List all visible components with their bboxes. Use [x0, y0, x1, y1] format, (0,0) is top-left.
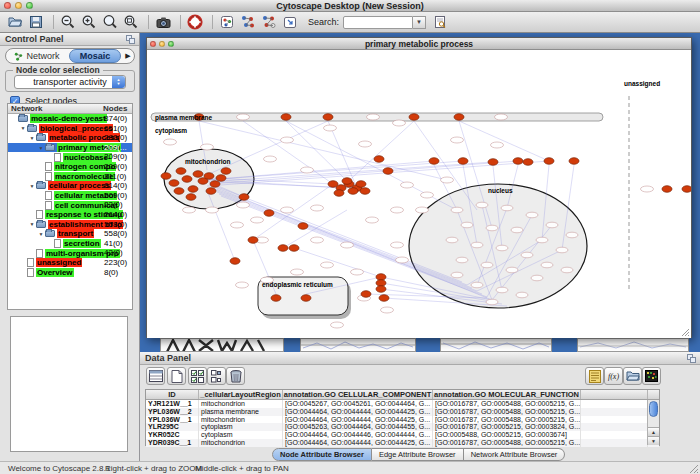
network-node-selected-color[interactable] [230, 258, 240, 265]
network-node[interactable] [401, 182, 414, 188]
create-attribute-button[interactable] [167, 367, 186, 385]
scroll-up-icon[interactable]: ▲ [648, 427, 659, 436]
network-node[interactable] [495, 114, 508, 120]
network-tree-row[interactable]: ▼biological_process651(0) [8, 124, 132, 134]
network-node[interactable] [641, 186, 654, 192]
network-tree-row[interactable]: ▼primary metabol209(... [8, 143, 132, 153]
network-node[interactable] [506, 267, 518, 273]
network-node[interactable] [381, 307, 394, 313]
network-node-selected-color[interactable] [248, 237, 258, 244]
network-node[interactable] [164, 139, 177, 145]
network-node-selected-color[interactable] [383, 168, 393, 175]
select-attributes-checklist-button[interactable] [188, 367, 207, 385]
network-node[interactable] [366, 217, 379, 223]
network-node-selected-color[interactable] [513, 158, 523, 165]
network-node-selected-color[interactable] [301, 295, 311, 302]
background-window-fragment[interactable] [160, 338, 284, 352]
tab-scroll-right-icon[interactable]: ▶ [122, 52, 134, 60]
network-node[interactable] [566, 232, 578, 238]
network-node[interactable] [501, 205, 513, 211]
network-node[interactable] [531, 275, 543, 281]
network-node[interactable] [393, 120, 406, 126]
network-node[interactable] [251, 217, 264, 223]
network-node-selected-color[interactable] [544, 158, 554, 165]
network-node[interactable] [237, 202, 250, 208]
column-header[interactable]: annotation.GO MOLECULAR_FUNCTION [433, 390, 581, 399]
network-node-selected-color[interactable] [376, 274, 386, 281]
network-node-selected-color[interactable] [188, 186, 198, 193]
network-node[interactable] [311, 205, 324, 211]
snapshot-camera-icon[interactable] [154, 14, 172, 31]
network-tree-row[interactable]: unassigned223(0) [8, 258, 132, 268]
network-node[interactable] [456, 257, 468, 263]
network-node[interactable] [391, 242, 404, 248]
network-node-selected-color[interactable] [186, 194, 196, 201]
network-node-selected-color[interactable] [204, 173, 214, 180]
network-tree-row[interactable]: macromolecule311(0) [8, 172, 132, 182]
import-attributes-button[interactable] [623, 367, 642, 385]
network-node[interactable] [461, 222, 473, 228]
network-node[interactable] [206, 207, 219, 213]
network-node-selected-color[interactable] [360, 188, 370, 195]
network-tree-row[interactable]: ▼metabolic process280(0) [8, 133, 132, 143]
network-tree-row[interactable]: ▼establishment of lo558(0) [8, 220, 132, 230]
network-node[interactable] [476, 202, 488, 208]
network-node[interactable] [331, 322, 344, 328]
network-node[interactable] [264, 156, 277, 162]
network-node[interactable] [556, 247, 568, 253]
network-node[interactable] [281, 137, 294, 143]
network-node[interactable] [359, 141, 372, 147]
zoom-out-icon[interactable] [59, 14, 77, 31]
table-row[interactable]: YPL036W__2plasma membrane[GO:0044464, GO… [146, 408, 659, 416]
save-icon[interactable] [27, 14, 45, 31]
network-node[interactable] [491, 142, 504, 148]
network-tree-row[interactable]: nitrogen compo209(0) [8, 162, 132, 172]
tab-mosaic[interactable]: Mosaic [69, 49, 121, 63]
network-node[interactable] [421, 192, 434, 198]
network-node-selected-color[interactable] [216, 175, 226, 182]
network-node[interactable] [486, 299, 498, 305]
tab-node-attribute-browser[interactable]: Node Attribute Browser [272, 448, 372, 461]
network-node-selected-color[interactable] [206, 188, 216, 195]
network-view-window[interactable]: primary metabolic process plasma membran… [146, 37, 692, 338]
network-node[interactable] [236, 282, 249, 288]
network-node-selected-color[interactable] [429, 158, 439, 165]
network-node[interactable] [451, 137, 464, 143]
network-node[interactable] [441, 177, 454, 183]
network-tree-row[interactable]: cell communicat22(0) [8, 200, 132, 210]
network-tree-row[interactable]: ▼cellular process614(0) [8, 181, 132, 191]
network-node[interactable] [367, 114, 380, 120]
network-tree-row[interactable]: nucleobase-209(0) [8, 152, 132, 162]
network-node[interactable] [511, 227, 523, 233]
expand-arrow-icon[interactable]: ▼ [37, 231, 45, 237]
expand-arrow-icon[interactable]: ▼ [19, 125, 27, 131]
network-node-selected-color[interactable] [379, 295, 389, 302]
network-node[interactable] [351, 269, 364, 275]
network-node[interactable] [541, 262, 553, 268]
network-node-selected-color[interactable] [281, 114, 291, 121]
scrollbar-thumb[interactable] [649, 401, 658, 417]
network-node-selected-color[interactable] [323, 114, 333, 121]
network-tree-row[interactable]: mosaic-demo-yeast874(0) [8, 114, 132, 124]
attribute-table-header[interactable]: ID_cellularLayoutRegionannotation.GO CEL… [146, 390, 659, 400]
table-row[interactable]: YDR039C__1mitochondrion[GO:0044464, GO:0… [146, 439, 659, 447]
network-node[interactable] [546, 222, 558, 228]
network-node-selected-color[interactable] [193, 171, 203, 178]
network-node[interactable] [281, 207, 294, 213]
float-panel-icon[interactable] [126, 35, 135, 44]
network-node[interactable] [516, 292, 528, 298]
network-node-selected-color[interactable] [278, 245, 288, 252]
network-node-selected-color[interactable] [182, 176, 192, 183]
network-node[interactable] [451, 207, 463, 213]
network-node-selected-color[interactable] [174, 188, 184, 195]
float-panel-icon[interactable] [687, 354, 696, 363]
network-window-titlebar[interactable]: primary metabolic process [147, 38, 691, 50]
network-node[interactable] [536, 237, 548, 243]
network-node[interactable] [486, 225, 498, 231]
network-node[interactable] [416, 207, 429, 213]
zoom-fit-icon[interactable] [122, 14, 140, 31]
network-canvas[interactable]: plasma membranecytoplasmmitochondrionnuc… [147, 50, 691, 338]
network-node[interactable] [183, 207, 196, 213]
network-node[interactable] [291, 269, 304, 275]
tab-network[interactable]: Network [6, 51, 68, 61]
